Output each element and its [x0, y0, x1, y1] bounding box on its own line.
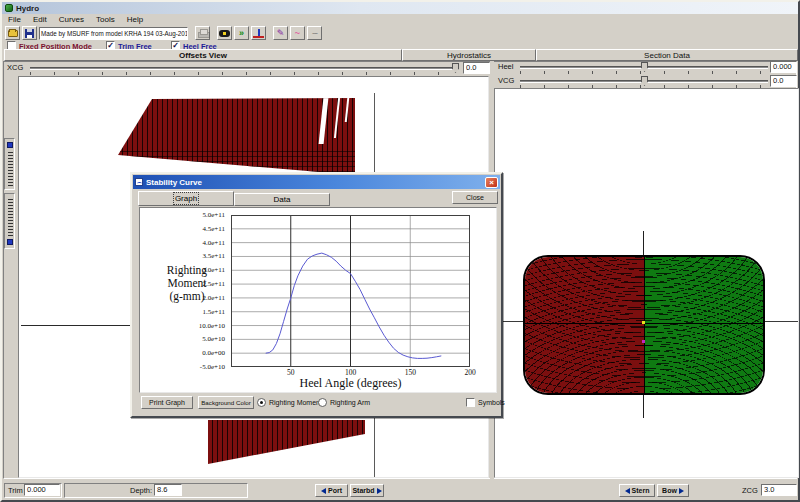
starboard-sections: [644, 257, 763, 393]
depth-value-field[interactable]: 8.6: [154, 484, 182, 496]
y-axis-ticks: 5.0e+114.5e+114.0e+113.5e+113.0e+112.5e+…: [178, 208, 226, 392]
pencil-icon: ✎: [277, 29, 285, 38]
xcg-label: XCG: [7, 63, 23, 72]
window-title: Hydro: [16, 4, 39, 13]
zcg-label: ZCG: [742, 486, 758, 495]
vcg-label: VCG: [498, 76, 514, 85]
menu-file[interactable]: File: [2, 15, 27, 24]
xcg-slider-track[interactable]: [30, 67, 454, 70]
heel-label: Heel: [498, 62, 513, 71]
stability-curve-plot: [231, 215, 470, 367]
port-button[interactable]: Port: [315, 484, 348, 497]
chevrons-button[interactable]: »: [234, 26, 249, 40]
vcg-value-field[interactable]: 0.0: [770, 75, 797, 87]
hull-profile-upper: [118, 98, 355, 177]
open-folder-icon: [8, 30, 18, 37]
dialog-close-icon[interactable]: ×: [485, 177, 498, 188]
cg-marker-yellow: [642, 321, 645, 324]
menu-bar: File Edit Curves Tools Help: [2, 14, 798, 25]
main-window: Hydro File Edit Curves Tools Help Made b…: [0, 0, 800, 502]
perpendicular-icon: [253, 29, 264, 38]
dashed-line-icon: ---: [312, 29, 317, 37]
dialog-tab-data[interactable]: Data: [234, 193, 330, 206]
stern-button[interactable]: Stern: [619, 484, 655, 497]
perpendicular-button[interactable]: [251, 26, 266, 40]
background-color-button[interactable]: Background Color: [198, 396, 254, 409]
right-arrow-icon: [377, 488, 382, 494]
title-bar[interactable]: Hydro: [2, 2, 798, 14]
slider-knob-icon[interactable]: [7, 142, 13, 148]
righting-arm-radio-label: Righting Arm: [330, 399, 370, 406]
print-graph-button[interactable]: Print Graph: [141, 396, 193, 409]
dialog-tab-graph[interactable]: Graph: [138, 191, 234, 206]
trim-label: Trim: [8, 486, 23, 495]
profile-vertical-slider-upper[interactable]: [4, 138, 15, 190]
tab-section-data[interactable]: Section Data: [536, 49, 798, 61]
righting-moment-radio[interactable]: [257, 398, 266, 407]
model-info-field[interactable]: Made by MSURF from model KRHA 194 03-Aug…: [39, 27, 188, 40]
body-plan-canvas: [494, 88, 799, 478]
save-button[interactable]: [22, 26, 37, 40]
dashes-button[interactable]: ---: [307, 26, 322, 40]
pencil-button[interactable]: ✎: [273, 26, 288, 40]
curve-icon: ~: [295, 29, 300, 38]
status-bar: Trim 0.000 Depth: 8.6 Port Starbd Stern …: [4, 483, 796, 498]
toolbar: Made by MSURF from model KRHA 194 03-Aug…: [2, 25, 798, 41]
app-icon: [5, 4, 13, 12]
save-floppy-icon: [25, 29, 34, 38]
close-button[interactable]: Close: [452, 191, 498, 204]
starbd-button[interactable]: Starbd: [350, 484, 384, 497]
hull-profile-lower: [208, 420, 365, 466]
port-sections: [525, 257, 644, 393]
zcg-value-field[interactable]: 3.0: [761, 484, 797, 496]
trim-value-field[interactable]: 0.000: [24, 484, 60, 496]
menu-help[interactable]: Help: [121, 15, 149, 24]
curve-button[interactable]: ~: [290, 26, 305, 40]
left-arrow-icon: [625, 488, 630, 494]
dialog-title-bar[interactable]: Stability Curve ×: [133, 175, 500, 189]
heel-value-field[interactable]: 0.000: [770, 61, 797, 73]
left-arrow-icon: [321, 488, 326, 494]
slider-knob-icon[interactable]: [7, 239, 13, 245]
printer-icon: [198, 29, 208, 37]
right-arrow-icon: [679, 488, 684, 494]
righting-arm-radio[interactable]: [318, 398, 327, 407]
tab-hydrostatics[interactable]: Hydrostatics: [402, 49, 536, 61]
stability-curve-dialog: Stability Curve × Graph Data Close Right…: [130, 172, 503, 418]
print-button: [195, 26, 210, 40]
x-axis-title: Heel Angle (degrees): [231, 376, 470, 391]
profile-vertical-slider-lower[interactable]: [4, 193, 15, 249]
righting-moment-radio-label: Righting Moment: [269, 399, 322, 406]
tab-offsets-view[interactable]: Offsets View: [4, 49, 402, 61]
double-chevron-icon: »: [239, 29, 244, 37]
eye-button[interactable]: [217, 26, 232, 40]
cb-marker-magenta: [642, 340, 645, 343]
graph-area: Righting Moment (g-mm) 5.0e+114.5e+114.0…: [139, 207, 497, 393]
symbols-label: Symbols: [478, 399, 505, 406]
menu-edit[interactable]: Edit: [27, 15, 53, 24]
body-plan-sections: [523, 255, 765, 395]
dialog-title: Stability Curve: [146, 178, 482, 187]
bow-button[interactable]: Bow: [657, 484, 689, 497]
xcg-value-field[interactable]: 0.0: [463, 62, 490, 74]
menu-curves[interactable]: Curves: [53, 15, 90, 24]
open-button[interactable]: [5, 26, 20, 40]
symbols-checkbox[interactable]: ✓: [466, 398, 475, 407]
eye-icon: [219, 30, 230, 37]
depth-label: Depth:: [130, 486, 152, 495]
menu-tools[interactable]: Tools: [90, 15, 121, 24]
dialog-icon: [135, 178, 143, 186]
